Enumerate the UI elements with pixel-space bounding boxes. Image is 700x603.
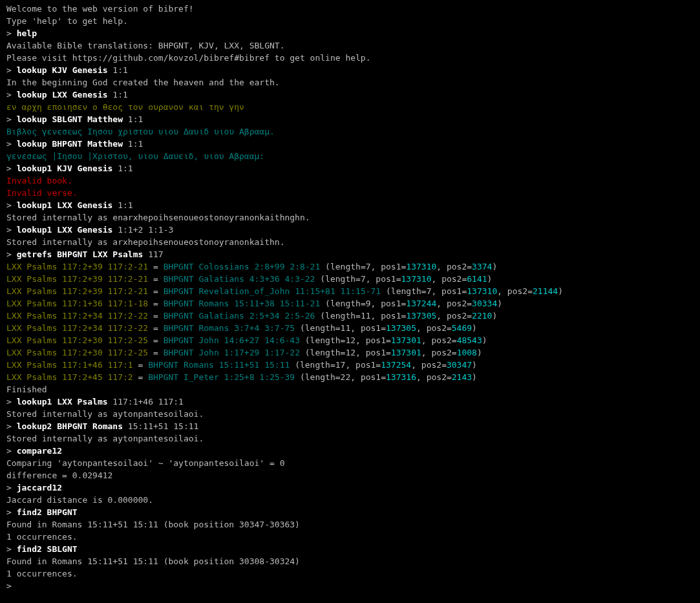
- terminal-line: > compare12: [6, 445, 694, 457]
- command-args: 1:1: [123, 139, 143, 149]
- terminal-line: LXX Psalms 117:2+30 117:2-25 = BHPGNT Jo…: [6, 346, 694, 359]
- ref-pos1: 137316: [386, 372, 416, 382]
- ref-eq: =: [148, 286, 163, 296]
- terminal-line: Jaccard distance is 0.000000.: [6, 494, 694, 506]
- output-text: In the beginning God created the heaven …: [6, 78, 280, 87]
- command-args: 15:11+51 15:11: [123, 421, 198, 431]
- output-text: Stored internally as aytonpantesoilaoi.: [6, 409, 204, 419]
- terminal-line: > lookup LXX Genesis 1:1: [6, 89, 694, 101]
- terminal-line: Invalid book.: [6, 175, 694, 187]
- ref-pos2: 21144: [533, 286, 558, 296]
- terminal-line: > lookup1 LXX Genesis 1:1: [6, 199, 694, 211]
- command-text: lookup1 LXX Genesis: [17, 225, 113, 235]
- terminal-line: > lookup1 LXX Genesis 1:1+2 1:1-3: [6, 224, 694, 236]
- ref-bhp: BHPGNT Romans 15:11+51 15:11: [148, 360, 290, 370]
- terminal-line: Finished: [6, 383, 694, 396]
- command-text: lookup LXX Genesis: [17, 90, 108, 100]
- ref-lxx: LXX Psalms 117:2+39 117:2-21: [6, 286, 148, 296]
- ref-lxx: LXX Psalms 117:2+34 117:2-22: [6, 311, 148, 321]
- command-args: 117: [143, 249, 163, 259]
- prompt-symbol: >: [6, 28, 17, 38]
- terminal-line: Stored internally as aytonpantesoilaoi.: [6, 432, 694, 445]
- ref-pos1: 137301: [391, 348, 421, 357]
- terminal-line: Stored internally as aytonpantesoilaoi.: [6, 408, 694, 420]
- output-text: Stored internally as arxhepoihsenoueosto…: [6, 237, 284, 247]
- ref-lxx: LXX Psalms 117:2+39 117:2-21: [6, 274, 148, 284]
- terminal-line: > find2 SBLGNT: [6, 543, 694, 555]
- prompt-symbol: >: [6, 446, 17, 456]
- ref-lxx: LXX Psalms 117:1+36 117:1-18: [6, 299, 148, 308]
- ref-tail: ): [497, 299, 502, 308]
- command-text: lookup KJV Genesis: [17, 65, 108, 75]
- ref-meta: (length=9, pos1=: [320, 299, 406, 308]
- output-error: Invalid book.: [6, 176, 72, 185]
- ref-pos2: 48543: [457, 335, 482, 345]
- ref-sep: , pos2=: [421, 335, 457, 345]
- command-text: jaccard12: [17, 483, 62, 492]
- terminal-line: > getrefs BHPGNT LXX Psalms 117: [6, 248, 694, 260]
- terminal-line: > jaccard12: [6, 481, 694, 494]
- terminal-line: difference = 0.029412: [6, 469, 694, 481]
- command-text: lookup1 LXX Genesis: [17, 200, 113, 210]
- prompt-symbol: >: [6, 507, 17, 517]
- ref-pos1: 137310: [467, 286, 497, 296]
- ref-meta: (length=22, pos1=: [295, 372, 386, 382]
- ref-lxx: LXX Psalms 117:2+30 117:2-25: [6, 348, 148, 357]
- prompt-symbol[interactable]: >: [6, 581, 17, 591]
- command-text: lookup2 BHPGNT Romans: [17, 421, 123, 431]
- terminal-line: Type 'help' to get help.: [6, 15, 694, 27]
- ref-sep: , pos2=: [436, 299, 472, 308]
- terminal-output[interactable]: Welcome to the web version of bibref!Typ…: [0, 0, 700, 595]
- terminal-line: LXX Psalms 117:2+39 117:2-21 = BHPGNT Ga…: [6, 273, 694, 285]
- ref-tail: ): [487, 274, 493, 284]
- terminal-line: > lookup SBLGNT Matthew 1:1: [6, 113, 694, 125]
- terminal-line: LXX Psalms 117:2+39 117:2-21 = BHPGNT Re…: [6, 285, 694, 297]
- ref-eq: =: [148, 262, 163, 271]
- ref-bhp: BHPGNT Romans 3:7+4 3:7-75: [164, 323, 295, 333]
- ref-tail: ): [492, 262, 497, 271]
- ref-pos1: 137254: [381, 360, 411, 370]
- command-text: lookup1 KJV Genesis: [17, 164, 113, 173]
- ref-bhp: BHPGNT John 1:17+29 1:17-22: [164, 348, 300, 357]
- ref-bhp: BHPGNT Galatians 2:5+34 2:5-26: [164, 311, 315, 321]
- ref-eq: =: [148, 311, 163, 321]
- terminal-line: Βιβλος γενεσεως Ιησου χριστου υιου Δαυιδ…: [6, 125, 694, 138]
- ref-sep: , pos2=: [431, 274, 467, 284]
- output-greek-nt: γενεσεως |Ιησου |Χριστου, υιου Δαυειδ, υ…: [6, 151, 264, 161]
- command-args: 117:1+46 117:1: [108, 397, 184, 407]
- terminal-line: In the beginning God created the heaven …: [6, 76, 694, 89]
- terminal-line: Please visit https://github.com/kovzol/b…: [6, 52, 694, 64]
- command-args: 1:1: [112, 200, 133, 210]
- ref-eq: =: [148, 348, 163, 357]
- ref-eq: =: [148, 274, 163, 284]
- prompt-symbol: >: [6, 200, 17, 210]
- terminal-line: Stored internally as enarxhepoihsenoueos…: [6, 211, 694, 224]
- command-text: getrefs BHPGNT LXX Psalms: [17, 249, 143, 259]
- ref-tail: ): [482, 335, 487, 345]
- terminal-line: Comparing 'aytonpantesoilaoi' ~ 'aytonpa…: [6, 457, 694, 469]
- ref-pos1: 137301: [391, 335, 421, 345]
- command-args: 1:1: [123, 114, 143, 124]
- terminal-line: LXX Psalms 117:2+30 117:2-25 = BHPGNT Jo…: [6, 334, 694, 346]
- terminal-line: Invalid verse.: [6, 187, 694, 199]
- terminal-line: LXX Psalms 117:2+34 117:2-22 = BHPGNT Ga…: [6, 310, 694, 322]
- intro-text: Welcome to the web version of bibref!: [6, 4, 194, 14]
- prompt-symbol: >: [6, 421, 17, 431]
- ref-pos2: 30334: [472, 299, 497, 308]
- terminal-line: > lookup1 KJV Genesis 1:1: [6, 162, 694, 175]
- command-text: lookup BHPGNT Matthew: [17, 139, 123, 149]
- ref-pos2: 2143: [452, 372, 472, 382]
- output-text: Please visit https://github.com/kovzol/b…: [6, 53, 371, 63]
- prompt-symbol: >: [6, 65, 17, 75]
- output-text: 1 occurrences.: [6, 532, 78, 542]
- ref-bhp: BHPGNT John 14:6+27 14:6-43: [164, 335, 300, 345]
- terminal-line: >: [6, 580, 694, 592]
- output-text: Stored internally as enarxhepoihsenoueos…: [6, 213, 310, 222]
- ref-tail: ): [472, 360, 477, 370]
- terminal-line: > help: [6, 27, 694, 39]
- ref-tail: ): [477, 348, 482, 357]
- ref-meta: (length=12, pos1=: [300, 335, 391, 345]
- prompt-symbol: >: [6, 114, 17, 124]
- prompt-symbol: >: [6, 164, 17, 173]
- ref-lxx: LXX Psalms 117:1+46 117:1: [6, 360, 133, 370]
